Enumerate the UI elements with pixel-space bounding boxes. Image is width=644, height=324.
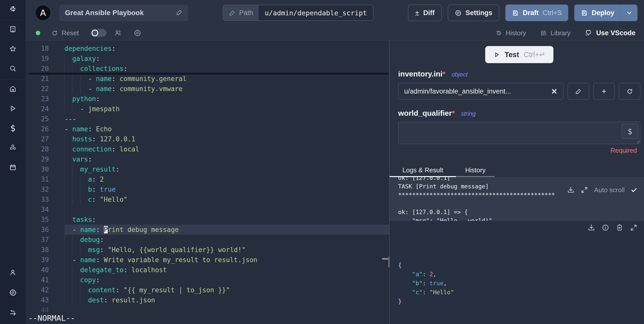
top-header: A Great Ansible Playbook Path u/admin/de <box>26 0 644 26</box>
diff-button[interactable]: ± Diff <box>408 5 441 21</box>
editor-sticky-divider <box>29 73 389 75</box>
scrollbar-marker[interactable] <box>382 258 388 260</box>
code-line[interactable]: 35 tasks: <box>26 215 389 225</box>
clear-inventory-icon[interactable]: ✕ <box>551 87 557 96</box>
settings-button[interactable]: Settings <box>448 5 500 21</box>
copy-clipboard-icon[interactable] <box>616 224 623 231</box>
code-line[interactable]: 20 collections: <box>26 64 389 74</box>
test-button[interactable]: Test Ctrl+↵ <box>485 46 553 63</box>
code-line[interactable]: 44 <box>26 305 389 315</box>
run-panel: Test Ctrl+↵ inventory.ini* object u/admi… <box>390 40 644 324</box>
logs-pane[interactable]: ok: [127.0.0.1]TASK [Print debug message… <box>390 177 644 221</box>
deploy-button[interactable]: Deploy <box>574 5 621 21</box>
code-line[interactable]: 18dependencies: <box>26 44 389 54</box>
sidebar-divider <box>0 79 26 79</box>
variables-dollar-icon[interactable]: $ <box>8 123 18 133</box>
autoscroll-label: Auto scroll <box>594 186 625 194</box>
tab-history[interactable]: History <box>456 164 495 177</box>
collaborators-button[interactable] <box>114 29 122 37</box>
code-line[interactable]: 19 galaxy: <box>26 54 389 64</box>
code-line[interactable]: 39 - name: Write variable my_result to r… <box>26 255 389 265</box>
use-vscode-button[interactable]: Use VScode <box>585 29 635 37</box>
result-pane[interactable]: { "a": 2, "b": true, "c": "Hello"} <box>390 221 644 324</box>
code-line[interactable]: 43 dest: result.json <box>26 295 389 305</box>
code-line[interactable]: 22 - name: community.vmware <box>26 84 389 94</box>
path-field[interactable]: Path u/admin/dependable_script <box>223 5 373 21</box>
code-line[interactable]: 42 content: "{{ my_result | to_json }}" <box>26 285 389 295</box>
code-line[interactable]: 32 b: true <box>26 184 389 194</box>
script-title-box[interactable]: Great Ansible Playbook <box>59 5 188 21</box>
schedules-calendar-icon[interactable] <box>8 163 18 172</box>
code-line[interactable]: 40 delegate_to: localhost <box>26 265 389 275</box>
info-icon[interactable] <box>602 224 609 231</box>
reset-refresh-icon <box>51 30 58 36</box>
favorites-star-icon[interactable] <box>8 44 18 54</box>
expand-logs-icon[interactable] <box>581 186 588 194</box>
reset-button[interactable]: Reset <box>51 29 79 37</box>
tab-logs-result[interactable]: Logs & Result <box>390 164 456 177</box>
download-result-icon[interactable] <box>588 224 595 231</box>
code-line[interactable]: 24 - jmespath <box>26 104 389 114</box>
code-line[interactable]: 27 hosts: 127.0.0.1 <box>26 134 389 144</box>
vim-mode-indicator: --NORMAL-- <box>28 313 75 322</box>
user-account-icon[interactable] <box>8 268 18 277</box>
path-label: Path <box>239 9 253 17</box>
save-icon <box>581 10 588 16</box>
left-sidebar: $ <box>0 0 26 324</box>
code-line[interactable]: 34 <box>26 205 389 215</box>
code-line[interactable]: 30 my_result: <box>26 164 389 174</box>
test-shortcut: Ctrl+↵ <box>524 50 545 59</box>
code-line[interactable]: 33 c: "Hello" <box>26 194 389 205</box>
code-line[interactable]: 21 - name: community.general <box>26 74 389 84</box>
windmill-logo-icon[interactable] <box>8 4 18 14</box>
code-line[interactable]: 26- name: Echo <box>26 124 389 134</box>
inventory-field-label: inventory.ini* object <box>398 70 640 78</box>
draft-shortcut: Ctrl+S <box>543 9 562 17</box>
library-button[interactable]: Library <box>540 29 570 37</box>
world-qualifier-input[interactable]: $ <box>398 121 640 144</box>
resize-handle[interactable] <box>635 139 639 143</box>
deploy-split-button: Deploy <box>574 5 637 21</box>
code-line[interactable]: 23 python: <box>26 94 389 104</box>
app-window: $ <box>0 0 644 324</box>
code-line[interactable]: 37 debug: <box>26 235 389 245</box>
code-line[interactable]: 31 a: 2 <box>26 174 389 184</box>
editor-toggle[interactable] <box>91 29 106 37</box>
code-lines: 18dependencies:19 galaxy:20 collections:… <box>26 44 389 315</box>
diff-icon: ± <box>415 9 419 17</box>
draft-button[interactable]: Draft Ctrl+S <box>505 5 568 21</box>
code-line[interactable]: 36 - name: Print debug message <box>26 225 389 235</box>
gear-icon <box>455 10 462 16</box>
play-icon <box>493 51 500 58</box>
refresh-inventory-button[interactable] <box>619 83 640 100</box>
history-button[interactable]: History <box>496 29 526 37</box>
settings-gear-icon[interactable] <box>8 288 18 297</box>
edit-title-pencil-icon[interactable] <box>176 9 183 17</box>
code-editor[interactable]: 18dependencies:19 galaxy:20 collections:… <box>26 40 389 324</box>
chevron-down-icon <box>626 10 633 16</box>
users-icon <box>114 29 122 37</box>
download-logs-icon[interactable] <box>567 186 575 194</box>
resources-cubes-icon[interactable] <box>8 143 18 152</box>
code-line[interactable]: 29 vars: <box>26 154 389 164</box>
logout-icon[interactable] <box>8 308 18 317</box>
code-line[interactable]: 38 msg: "Hello, {{world_qualifier}} worl… <box>26 245 389 255</box>
code-line[interactable]: 28 connection: local <box>26 144 389 154</box>
edit-inventory-button[interactable] <box>567 83 589 100</box>
world-qualifier-field-label: world_qualifier* string <box>398 109 640 117</box>
runs-icon[interactable] <box>8 104 18 113</box>
add-inventory-button[interactable]: + <box>593 83 615 100</box>
workspace-icon[interactable] <box>8 24 18 34</box>
variable-picker-button[interactable]: $ <box>622 124 638 139</box>
deploy-dropdown-button[interactable] <box>621 5 637 21</box>
editor-settings-button[interactable] <box>134 29 141 37</box>
result-tabs: Logs & Result History <box>390 164 644 177</box>
home-icon[interactable] <box>8 84 18 94</box>
required-hint: Required <box>398 147 640 154</box>
inventory-resource-input[interactable]: u/admin/favorable_ansible_invent... ✕ <box>398 83 563 100</box>
search-icon[interactable] <box>8 64 18 73</box>
code-line[interactable]: 41 copy: <box>26 275 389 285</box>
autoscroll-check-icon[interactable] <box>631 187 637 193</box>
code-line[interactable]: 25--- <box>26 114 389 124</box>
expand-result-icon[interactable] <box>630 224 637 231</box>
